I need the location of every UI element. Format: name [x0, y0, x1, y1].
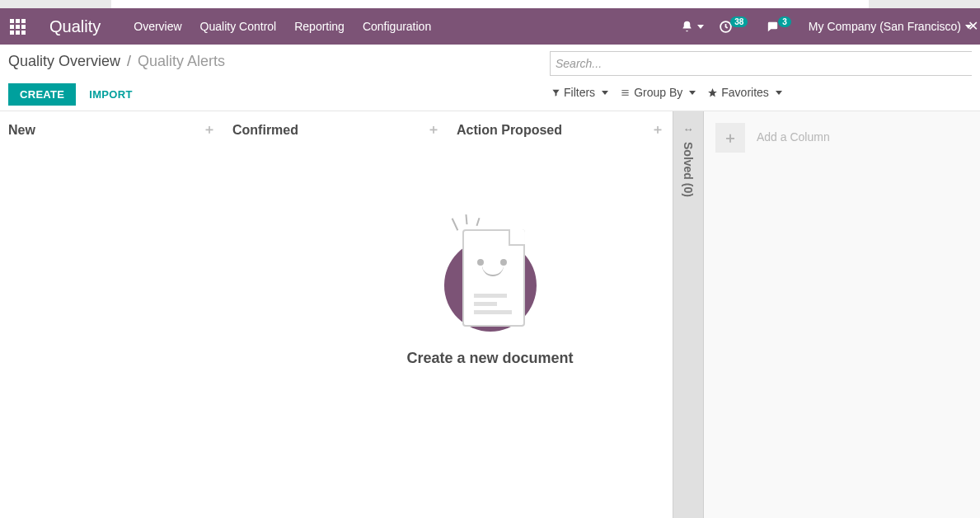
nav-overview[interactable]: Overview — [134, 20, 181, 33]
notifications-button[interactable] — [681, 20, 704, 33]
empty-state: Create a new document — [406, 221, 573, 367]
import-button[interactable]: IMPORT — [86, 83, 135, 106]
quick-create-icon[interactable]: ＋ — [203, 121, 216, 139]
create-button[interactable]: CREATE — [8, 83, 76, 106]
column-title: New — [8, 123, 35, 138]
breadcrumb-parent[interactable]: Quality Overview — [8, 53, 120, 70]
filters-dropdown[interactable]: Filters — [551, 86, 608, 99]
breadcrumb-sep: / — [127, 53, 131, 70]
messages-button[interactable]: 3 — [765, 20, 794, 34]
kanban-column-solved-folded[interactable]: ↔ Solved (0) — [673, 111, 704, 518]
empty-state-title: Create a new document — [406, 350, 573, 367]
search-input[interactable] — [551, 54, 972, 73]
activity-button[interactable]: 38 — [719, 20, 750, 34]
nav-configuration[interactable]: Configuration — [363, 20, 431, 33]
add-column-label[interactable]: Add a Column — [757, 130, 830, 144]
nav-quality-control[interactable]: Quality Control — [200, 20, 277, 33]
list-icon — [620, 88, 631, 97]
kanban-column-new[interactable]: New ＋ — [0, 111, 224, 518]
column-title: Action Proposed — [457, 123, 562, 138]
nav-menu: Overview Quality Control Reporting Confi… — [134, 20, 431, 33]
caret-down-icon — [689, 91, 696, 95]
filters-label: Filters — [564, 86, 595, 99]
debug-icon[interactable]: ✕ — [968, 18, 978, 34]
document-illustration — [441, 221, 540, 337]
favorites-dropdown[interactable]: Favorites — [707, 86, 782, 99]
control-panel: Quality Overview / Quality Alerts CREATE… — [0, 45, 980, 111]
browser-chrome-gap — [0, 0, 980, 8]
search-box[interactable] — [550, 51, 972, 76]
quick-create-icon[interactable]: ＋ — [427, 121, 440, 139]
groupby-label: Group By — [634, 86, 682, 99]
main-navbar: Quality Overview Quality Control Reporti… — [0, 8, 980, 45]
nav-right: 38 3 My Company (San Francisco) — [681, 20, 973, 34]
folded-column-title: Solved (0) — [682, 142, 695, 197]
column-title: Confirmed — [232, 123, 298, 138]
breadcrumb-current: Quality Alerts — [138, 53, 225, 70]
funnel-icon — [551, 88, 560, 97]
caret-down-icon — [776, 91, 782, 95]
messages-badge: 3 — [778, 16, 791, 27]
favorites-label: Favorites — [721, 86, 769, 99]
app-brand[interactable]: Quality — [49, 17, 101, 36]
caret-down-icon — [697, 25, 704, 29]
company-name: My Company (San Francisco) — [809, 20, 961, 33]
add-column-button[interactable]: ＋ — [715, 123, 745, 153]
breadcrumb: Quality Overview / Quality Alerts — [8, 53, 225, 70]
add-column-area: ＋ Add a Column — [704, 111, 980, 518]
caret-down-icon — [602, 91, 608, 95]
bell-icon — [681, 20, 693, 33]
company-switcher[interactable]: My Company (San Francisco) — [809, 20, 972, 33]
star-icon — [707, 87, 718, 98]
groupby-dropdown[interactable]: Group By — [620, 86, 696, 99]
expand-icon[interactable]: ↔ — [683, 123, 694, 135]
apps-icon[interactable] — [8, 17, 26, 35]
quick-create-icon[interactable]: ＋ — [651, 121, 664, 139]
nav-reporting[interactable]: Reporting — [294, 20, 345, 33]
activity-badge: 38 — [730, 16, 748, 27]
